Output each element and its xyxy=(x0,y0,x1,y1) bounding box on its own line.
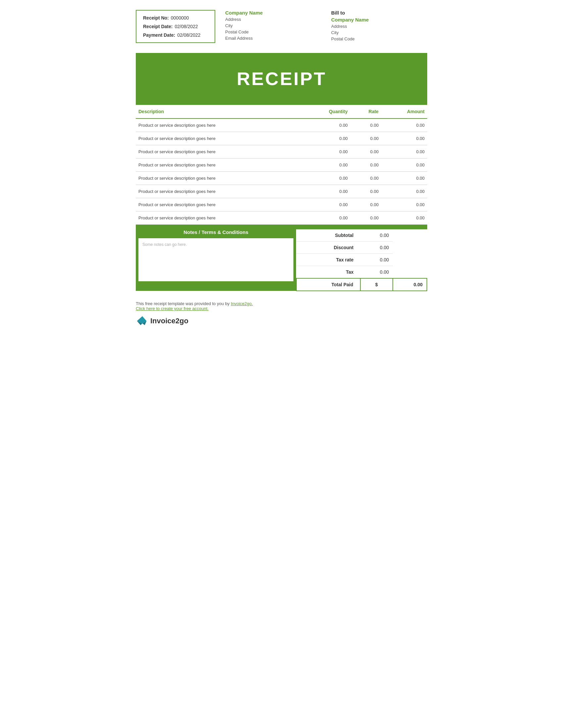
receipt-banner: RECEIPT xyxy=(136,53,427,104)
table-header: Description Quantity Rate Amount xyxy=(136,105,427,118)
row-description: Product or service description goes here xyxy=(136,172,302,185)
table-row: Product or service description goes here… xyxy=(136,159,427,172)
footer-signup-link[interactable]: Click here to create your free account. xyxy=(136,306,209,311)
from-company-name: Company Name xyxy=(225,10,318,16)
from-company-email: Email Address xyxy=(225,36,318,41)
total-paid-currency: $ xyxy=(360,278,393,291)
row-amount: 0.00 xyxy=(381,159,427,172)
row-quantity: 0.00 xyxy=(302,118,351,132)
row-amount: 0.00 xyxy=(381,132,427,145)
payment-date-row: Payment Date: 02/08/2022 xyxy=(143,32,208,38)
tax-row: Tax 0.00 xyxy=(297,266,427,279)
footer-logo-name: Invoice2go xyxy=(150,317,188,325)
row-amount: 0.00 xyxy=(381,172,427,185)
subtotal-row: Subtotal 0.00 xyxy=(297,229,427,242)
row-quantity: 0.00 xyxy=(302,145,351,159)
row-rate: 0.00 xyxy=(351,172,381,185)
footer-section: This free receipt template was provided … xyxy=(136,301,427,327)
receipt-title: RECEIPT xyxy=(136,68,427,89)
from-company-city: City xyxy=(225,23,318,28)
row-description: Product or service description goes here xyxy=(136,145,302,159)
items-table: Description Quantity Rate Amount Product… xyxy=(136,105,427,225)
total-paid-row: Total Paid $ 0.00 xyxy=(297,278,427,291)
receipt-info-box: Receipt No: 0000000 Receipt Date: 02/08/… xyxy=(136,10,215,43)
row-description: Product or service description goes here xyxy=(136,132,302,145)
notes-content: Some notes can go here. xyxy=(138,238,294,281)
row-quantity: 0.00 xyxy=(302,172,351,185)
invoice2go-logo-icon xyxy=(136,315,148,327)
receipt-no-label: Receipt No: xyxy=(143,15,169,21)
row-quantity: 0.00 xyxy=(302,198,351,211)
footer-logo: Invoice2go xyxy=(136,315,427,327)
row-quantity: 0.00 xyxy=(302,159,351,172)
col-rate: Rate xyxy=(351,105,381,118)
payment-date-label: Payment Date: xyxy=(143,32,175,38)
footer-text-line: This free receipt template was provided … xyxy=(136,301,427,306)
row-rate: 0.00 xyxy=(351,118,381,132)
row-amount: 0.00 xyxy=(381,211,427,225)
tax-value: 0.00 xyxy=(360,266,393,279)
row-rate: 0.00 xyxy=(351,145,381,159)
header-section: Receipt No: 0000000 Receipt Date: 02/08/… xyxy=(136,10,427,43)
payment-date-value: 02/08/2022 xyxy=(177,32,200,38)
table-header-row: Description Quantity Rate Amount xyxy=(136,105,427,118)
row-description: Product or service description goes here xyxy=(136,159,302,172)
row-rate: 0.00 xyxy=(351,198,381,211)
bill-to-company-name: Company Name xyxy=(331,17,424,23)
receipt-date-label: Receipt Date: xyxy=(143,24,172,29)
row-rate: 0.00 xyxy=(351,132,381,145)
table-row: Product or service description goes here… xyxy=(136,118,427,132)
row-amount: 0.00 xyxy=(381,145,427,159)
total-paid-label: Total Paid xyxy=(297,278,360,291)
total-paid-value: 0.00 xyxy=(393,278,427,291)
bill-to-address: Address xyxy=(331,24,424,29)
from-company-postal: Postal Code xyxy=(225,29,318,34)
row-rate: 0.00 xyxy=(351,185,381,198)
footer-invoice2go-link[interactable]: Invoice2go. xyxy=(231,301,253,306)
col-amount: Amount xyxy=(381,105,427,118)
table-body: Product or service description goes here… xyxy=(136,118,427,225)
receipt-date-value: 02/08/2022 xyxy=(174,24,198,29)
bill-to-label: Bill to xyxy=(331,10,424,16)
row-rate: 0.00 xyxy=(351,211,381,225)
tax-rate-row: Tax rate 0.00 xyxy=(297,254,427,266)
row-description: Product or service description goes here xyxy=(136,185,302,198)
col-quantity: Quantity xyxy=(302,105,351,118)
bill-to-city: City xyxy=(331,30,424,35)
totals-section: Subtotal 0.00 Discount 0.00 Tax rate 0.0… xyxy=(296,225,427,291)
row-amount: 0.00 xyxy=(381,118,427,132)
row-description: Product or service description goes here xyxy=(136,198,302,211)
discount-label: Discount xyxy=(297,242,360,254)
subtotal-value: 0.00 xyxy=(360,229,393,242)
notes-title: Notes / Terms & Conditions xyxy=(136,225,296,238)
row-quantity: 0.00 xyxy=(302,211,351,225)
table-row: Product or service description goes here… xyxy=(136,132,427,145)
row-description: Product or service description goes here xyxy=(136,211,302,225)
receipt-date-row: Receipt Date: 02/08/2022 xyxy=(143,24,208,29)
row-quantity: 0.00 xyxy=(302,132,351,145)
table-row: Product or service description goes here… xyxy=(136,211,427,225)
footer-signup-line: Click here to create your free account. xyxy=(136,306,427,311)
totals-green-bar xyxy=(296,225,427,229)
col-description: Description xyxy=(136,105,302,118)
row-quantity: 0.00 xyxy=(302,185,351,198)
row-amount: 0.00 xyxy=(381,198,427,211)
receipt-no-row: Receipt No: 0000000 xyxy=(143,15,208,21)
tax-label: Tax xyxy=(297,266,360,279)
table-row: Product or service description goes here… xyxy=(136,172,427,185)
tax-rate-value: 0.00 xyxy=(360,254,393,266)
table-row: Product or service description goes here… xyxy=(136,198,427,211)
subtotal-label: Subtotal xyxy=(297,229,360,242)
from-company-address: Address xyxy=(225,17,318,22)
row-description: Product or service description goes here xyxy=(136,118,302,132)
items-table-section: Description Quantity Rate Amount Product… xyxy=(136,104,427,225)
row-amount: 0.00 xyxy=(381,185,427,198)
tax-rate-label: Tax rate xyxy=(297,254,360,266)
discount-row: Discount 0.00 xyxy=(297,242,427,254)
bottom-section: Notes / Terms & Conditions Some notes ca… xyxy=(136,225,427,291)
bill-to-postal: Postal Code xyxy=(331,36,424,41)
table-row: Product or service description goes here… xyxy=(136,185,427,198)
row-rate: 0.00 xyxy=(351,159,381,172)
bill-to-section: Bill to Company Name Address City Postal… xyxy=(328,10,427,43)
from-company-section: Company Name Address City Postal Code Em… xyxy=(215,10,328,42)
